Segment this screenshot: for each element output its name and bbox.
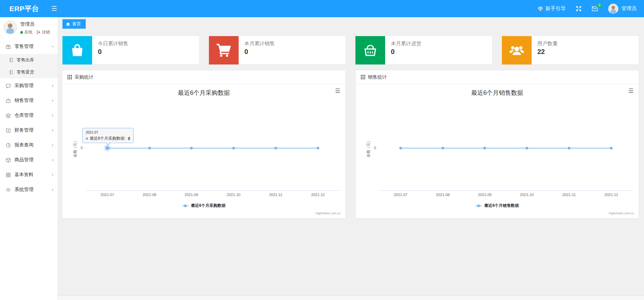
fullscreen-icon	[576, 6, 582, 11]
series-line	[107, 148, 318, 148]
series-line	[401, 148, 611, 148]
chart-title: 最近6个月销售数据	[356, 89, 639, 97]
sidebar-item-retail-management[interactable]: 零售管理 ‹	[0, 39, 58, 54]
sidebar-item-system-management[interactable]: 系统管理 ‹	[0, 182, 58, 197]
sidebar-item-warehouse-management[interactable]: 仓库管理 ‹	[0, 108, 58, 123]
sidebar: 管理员 在线 注销	[0, 17, 58, 300]
stat-label: 用户数量	[537, 40, 558, 47]
pie-chart-icon	[5, 142, 11, 148]
sidebar-toggle-icon[interactable]: ☰	[51, 5, 57, 12]
stat-value: 0	[244, 48, 275, 56]
notebook-icon	[9, 58, 14, 62]
stat-card-month-sales[interactable]: 本月累计销售 0	[209, 36, 346, 64]
purchase-chart: 最近6个月采购数据 ☰ 金额（元） 0 2021-07 2021-08 2021…	[62, 84, 345, 218]
data-point[interactable]	[232, 147, 235, 149]
stat-card-user-count[interactable]: 用户数量 22	[502, 36, 639, 64]
panel-title: 销售统计	[368, 74, 387, 80]
stat-value: 0	[391, 48, 421, 56]
message-count-badge: 0	[597, 3, 602, 8]
home-icon	[66, 22, 70, 26]
newbie-guide-label: 新手引导	[545, 5, 566, 12]
tooltip-series-label: 最近6个月采购数据:	[90, 136, 126, 141]
breadcrumb-home-tab[interactable]: 首页	[62, 19, 86, 29]
sales-stats-panel: 销售统计 最近6个月销售数据 ☰ 金额（元） 0 2021-07	[356, 71, 639, 218]
tooltip-header: 2021-07	[86, 131, 130, 134]
data-point[interactable]	[274, 147, 277, 149]
x-axis-label: 2021-07	[394, 193, 407, 197]
newbie-guide-button[interactable]: 新手引导	[538, 5, 566, 12]
tooltip-value: 0	[128, 136, 130, 141]
package-icon	[5, 157, 11, 163]
sidebar-item-report-query[interactable]: 报表查询 ‹	[0, 138, 58, 153]
chevron-left-icon: ‹	[52, 98, 54, 104]
grid-dots-icon	[361, 75, 365, 79]
legend-item[interactable]: 最近6个月采购数据	[62, 203, 345, 209]
chevron-left-icon: ‹	[52, 127, 54, 133]
x-axis-line	[86, 190, 340, 191]
legend-item[interactable]: 最近6个月销售数据	[356, 203, 639, 209]
chart-context-menu-icon[interactable]: ☰	[335, 88, 340, 94]
online-status-label: 在线	[24, 29, 32, 35]
data-point[interactable]	[610, 147, 613, 149]
data-point[interactable]	[568, 147, 570, 149]
highcharts-credit-link[interactable]: Highcharts.com.cn	[315, 212, 341, 215]
stat-value: 22	[537, 48, 558, 56]
stat-label: 本月累计销售	[244, 40, 275, 47]
grid-icon	[5, 172, 11, 178]
layers-icon	[5, 113, 11, 118]
sidebar-item-sales-management[interactable]: 销售管理 ‹	[0, 93, 58, 108]
x-axis-label: 2021-09	[185, 193, 198, 197]
shopping-bag-icon	[62, 36, 92, 64]
stat-card-month-purchase[interactable]: 本月累计进货 0	[355, 36, 492, 64]
x-axis-label: 2021-12	[311, 193, 325, 197]
sidebar-subitem-retail-outbound[interactable]: 零售出库	[0, 54, 58, 66]
sidebar-item-purchase-management[interactable]: 采购管理 ‹	[0, 78, 58, 93]
shopping-basket-icon	[355, 36, 385, 64]
data-point[interactable]	[148, 147, 151, 149]
sidebar-item-finance-management[interactable]: 财务管理 ‹	[0, 123, 58, 138]
chevron-left-icon: ‹	[52, 157, 54, 163]
chevron-left-icon: ‹	[52, 172, 54, 178]
chevron-left-icon: ‹	[52, 83, 54, 89]
user-name: 管理员	[621, 5, 637, 12]
notebook-icon	[9, 70, 14, 75]
x-axis-label: 2021-08	[143, 193, 156, 197]
data-point[interactable]	[106, 146, 109, 150]
sidebar-item-basic-data[interactable]: 基本资料 ‹	[0, 167, 58, 182]
chevron-left-icon: ‹	[52, 142, 54, 148]
highcharts-credit-link[interactable]: Highcharts.com.cn	[609, 212, 634, 215]
series-dot-icon	[86, 137, 88, 140]
x-axis-label: 2021-11	[269, 193, 283, 197]
shopping-cart-icon	[209, 36, 239, 64]
stat-card-today-sales[interactable]: 今日累计销售 0	[62, 36, 199, 64]
purchase-stats-panel: 采购统计 最近6个月采购数据 ☰ 金额（元） 0 2021-07	[62, 71, 345, 218]
sidebar-item-goods-management[interactable]: 商品管理 ‹	[0, 153, 58, 167]
briefcase-icon	[5, 98, 11, 104]
legend-line-marker-icon	[476, 204, 482, 207]
sidebar-subitem-retail-return[interactable]: 零售退货	[0, 66, 58, 78]
fullscreen-button[interactable]	[576, 6, 582, 11]
data-point[interactable]	[526, 147, 528, 149]
chart-context-menu-icon[interactable]: ☰	[628, 88, 634, 94]
logout-icon	[36, 30, 41, 34]
logout-button[interactable]: 注销	[36, 29, 50, 35]
data-point[interactable]	[317, 147, 319, 149]
user-menu[interactable]: 管理员	[608, 4, 637, 14]
data-point[interactable]	[399, 147, 402, 149]
gear-icon	[5, 187, 11, 193]
x-axis-label: 2021-12	[605, 193, 618, 197]
gem-icon	[538, 6, 543, 11]
sidebar-avatar	[3, 21, 17, 34]
stat-label: 今日累计销售	[98, 40, 128, 47]
y-axis-tick: 0	[73, 146, 83, 150]
data-point[interactable]	[190, 147, 193, 149]
messages-button[interactable]: 0	[592, 6, 598, 11]
user-avatar	[608, 4, 618, 14]
chevron-down-icon: ‹	[50, 46, 56, 48]
x-axis-label: 2021-10	[227, 193, 240, 197]
data-point[interactable]	[483, 147, 486, 149]
data-point[interactable]	[441, 147, 444, 149]
gift-icon	[5, 44, 11, 50]
stat-label: 本月累计进货	[391, 40, 421, 47]
stat-cards-row: 今日累计销售 0 本月累计销售 0	[62, 36, 639, 64]
